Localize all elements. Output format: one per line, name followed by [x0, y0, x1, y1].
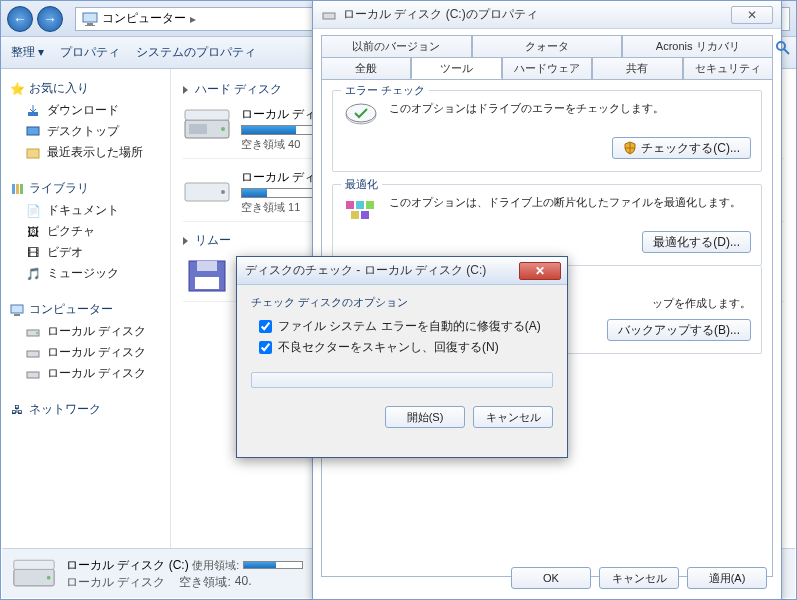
dialog-button-row: 開始(S) キャンセル [237, 398, 567, 428]
tab-previous-versions[interactable]: 以前のバージョン [321, 35, 472, 57]
group-title: 最適化 [341, 177, 382, 192]
svg-point-20 [221, 190, 225, 194]
svg-rect-10 [14, 314, 20, 316]
svg-point-12 [36, 332, 38, 334]
svg-rect-32 [366, 201, 374, 209]
sidebar-item-documents[interactable]: 📄ドキュメント [5, 200, 166, 221]
sidebar-item-recent[interactable]: 最近表示した場所 [5, 142, 166, 163]
check-disk-icon [343, 101, 379, 129]
group-desc: このオプションは、ドライブ上の断片化したファイルを最適化します。 [389, 195, 751, 223]
apply-button[interactable]: 適用(A) [687, 567, 767, 589]
dialog-title: ローカル ディスク (C:)のプロパティ [343, 6, 725, 23]
sidebar-favorites: ⭐お気に入り ダウンロード デスクトップ 最近表示した場所 [5, 77, 166, 163]
cancel-button[interactable]: キャンセル [599, 567, 679, 589]
backup-button[interactable]: バックアップする(B)... [607, 319, 751, 341]
dialog-titlebar[interactable]: ディスクのチェック - ローカル ディスク (C:) ✕ [237, 257, 567, 285]
ok-button[interactable]: OK [511, 567, 591, 589]
checkbox-fix-errors[interactable] [259, 320, 272, 333]
svg-rect-27 [323, 13, 335, 19]
sidebar-item-drive-c[interactable]: ローカル ディスク [5, 321, 166, 342]
close-icon: ✕ [747, 8, 757, 22]
svg-rect-26 [14, 560, 54, 569]
video-icon: 🎞 [25, 245, 41, 261]
sidebar-libraries: ライブラリ 📄ドキュメント 🖼ピクチャ 🎞ビデオ 🎵ミュージック [5, 177, 166, 284]
checkbox-scan-recovery[interactable] [259, 341, 272, 354]
tab-security[interactable]: セキュリティ [683, 57, 773, 79]
close-button[interactable]: ✕ [731, 6, 773, 24]
svg-line-36 [784, 49, 789, 54]
sidebar-item-pictures[interactable]: 🖼ピクチャ [5, 221, 166, 242]
sidebar: ⭐お気に入り ダウンロード デスクトップ 最近表示した場所 ライブラリ 📄ドキュ… [1, 69, 171, 549]
tab-row-2: 全般 ツール ハードウェア 共有 セキュリティ [321, 57, 773, 79]
search-icon[interactable] [775, 40, 791, 56]
sidebar-head-favorites[interactable]: ⭐お気に入り [5, 77, 166, 100]
svg-rect-13 [27, 351, 39, 357]
svg-rect-22 [197, 261, 217, 271]
document-icon: 📄 [25, 203, 41, 219]
properties-cmd[interactable]: プロパティ [60, 44, 120, 61]
svg-rect-30 [346, 201, 354, 209]
tab-tools[interactable]: ツール [411, 57, 501, 79]
cancel-button[interactable]: キャンセル [473, 406, 553, 428]
status-used-label: 使用領域: [192, 559, 239, 571]
download-icon [25, 103, 41, 119]
sidebar-head-network[interactable]: 🖧ネットワーク [5, 398, 166, 421]
tab-acronis[interactable]: Acronis リカバリ [622, 35, 773, 57]
drive-icon [183, 169, 231, 207]
tab-general[interactable]: 全般 [321, 57, 411, 79]
sidebar-item-videos[interactable]: 🎞ビデオ [5, 242, 166, 263]
svg-rect-7 [16, 184, 19, 194]
group-desc: このオプションはドライブのエラーをチェックします。 [389, 101, 751, 129]
dialog-button-row: OK キャンセル 適用(A) [313, 567, 781, 589]
close-button[interactable]: ✕ [519, 262, 561, 280]
svg-rect-8 [20, 184, 23, 194]
group-title: エラー チェック [341, 83, 429, 98]
forward-button[interactable]: → [37, 6, 63, 32]
tab-row-1: 以前のバージョン クォータ Acronis リカバリ [321, 35, 773, 57]
drive-icon [25, 366, 41, 382]
svg-rect-9 [11, 305, 23, 313]
sidebar-item-music[interactable]: 🎵ミュージック [5, 263, 166, 284]
check-now-button[interactable]: チェックする(C)... [612, 137, 751, 159]
dialog-title: ディスクのチェック - ローカル ディスク (C:) [245, 262, 513, 279]
close-icon: ✕ [535, 264, 545, 278]
sidebar-head-libraries[interactable]: ライブラリ [5, 177, 166, 200]
network-icon: 🖧 [9, 402, 25, 418]
sidebar-item-downloads[interactable]: ダウンロード [5, 100, 166, 121]
svg-point-25 [47, 575, 51, 579]
expand-icon[interactable] [183, 237, 188, 245]
svg-rect-18 [185, 110, 229, 120]
computer-icon [82, 11, 98, 27]
tab-hardware[interactable]: ハードウェア [502, 57, 592, 79]
sidebar-head-computer[interactable]: コンピューター [5, 298, 166, 321]
back-button[interactable]: ← [7, 6, 33, 32]
option-scan-recovery[interactable]: 不良セクターをスキャンし、回復する(N) [251, 337, 553, 358]
sidebar-item-drive-e[interactable]: ローカル ディスク [5, 363, 166, 384]
drive-icon [25, 345, 41, 361]
drive-icon [321, 7, 337, 23]
svg-rect-14 [27, 372, 39, 378]
organize-menu[interactable]: 整理 ▾ [11, 44, 44, 61]
dialog-body: チェック ディスクのオプション ファイル システム エラーを自動的に修復する(A… [237, 285, 567, 398]
music-icon: 🎵 [25, 266, 41, 282]
svg-rect-4 [27, 127, 39, 135]
svg-rect-5 [27, 149, 39, 158]
start-button[interactable]: 開始(S) [385, 406, 465, 428]
system-properties-cmd[interactable]: システムのプロパティ [136, 44, 256, 61]
sidebar-item-desktop[interactable]: デスクトップ [5, 121, 166, 142]
tab-sharing[interactable]: 共有 [592, 57, 682, 79]
sidebar-item-drive-d[interactable]: ローカル ディスク [5, 342, 166, 363]
option-fix-errors[interactable]: ファイル システム エラーを自動的に修復する(A) [251, 316, 553, 337]
expand-icon[interactable] [183, 86, 188, 94]
tab-quota[interactable]: クォータ [472, 35, 623, 57]
svg-rect-0 [83, 13, 97, 22]
status-capacity-bar [243, 561, 303, 569]
sidebar-network: 🖧ネットワーク [5, 398, 166, 421]
breadcrumb-root[interactable]: コンピューター [102, 10, 186, 27]
group-optimize: 最適化 このオプションは、ドライブ上の断片化したファイルを最適化します。 最適化… [332, 184, 762, 266]
drive-icon [12, 555, 56, 593]
breadcrumb-arrow[interactable]: ▸ [190, 12, 196, 26]
defragment-button[interactable]: 最適化する(D)... [642, 231, 751, 253]
group-error-checking: エラー チェック このオプションはドライブのエラーをチェックします。 チェックす… [332, 90, 762, 172]
dialog-titlebar[interactable]: ローカル ディスク (C:)のプロパティ ✕ [313, 1, 781, 29]
